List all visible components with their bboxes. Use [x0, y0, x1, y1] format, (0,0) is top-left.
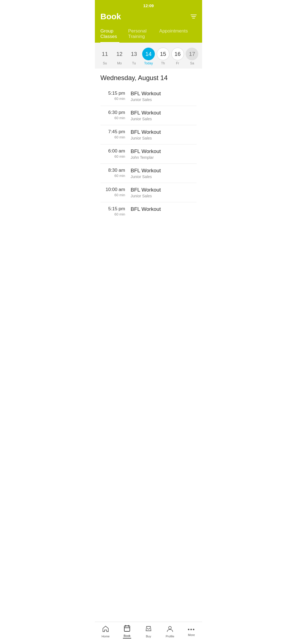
class-time-5: 10:00 am 60 min: [100, 187, 131, 197]
filter-button[interactable]: [191, 15, 197, 18]
date-num-17: 17: [186, 48, 198, 60]
date-item-14[interactable]: 14 Today: [142, 48, 155, 65]
date-item-16[interactable]: 16 Fr: [171, 48, 185, 65]
date-heading: Wednesday, August 14: [100, 74, 197, 82]
date-item-13[interactable]: 13 Tu: [127, 48, 141, 65]
header: 12:09 Book Group Classes Personal Traini…: [95, 0, 202, 43]
date-picker: 11 Su 12 Mo 13 Tu 14 Today 15 Th 16 Fr 1…: [95, 43, 202, 69]
date-day-14: Today: [144, 61, 153, 65]
date-day-15: Th: [161, 61, 165, 65]
class-item-5[interactable]: 10:00 am 60 min BFL Workout Junior Sales: [100, 183, 197, 202]
main-content: Wednesday, August 14 5:15 pm 60 min BFL …: [95, 69, 202, 245]
class-item-6[interactable]: 5:15 pm 60 min BFL Workout: [100, 202, 197, 220]
date-num-15: 15: [157, 48, 169, 60]
date-day-17: Sa: [190, 61, 194, 65]
date-day-11: Su: [103, 61, 107, 65]
class-item-0[interactable]: 5:15 pm 60 min BFL Workout Junior Sales: [100, 87, 197, 106]
date-num-12: 12: [113, 48, 126, 60]
date-item-15[interactable]: 15 Th: [156, 48, 170, 65]
class-info-6: BFL Workout: [131, 206, 197, 213]
date-day-12: Mo: [117, 61, 122, 65]
class-time-3: 6:00 am 60 min: [100, 148, 131, 159]
status-bar: 12:09: [95, 0, 202, 10]
class-item-3[interactable]: 6:00 am 60 min BFL Workout John Templar: [100, 144, 197, 164]
date-num-16: 16: [171, 48, 184, 60]
tab-group-classes[interactable]: Group Classes: [100, 26, 119, 43]
class-info-5: BFL Workout Junior Sales: [131, 187, 197, 198]
bottom-spacer: [100, 220, 197, 245]
date-item-17[interactable]: 17 Sa: [185, 48, 199, 65]
page-title: Book: [100, 12, 121, 21]
class-info-3: BFL Workout John Templar: [131, 148, 197, 160]
class-time-0: 5:15 pm 60 min: [100, 91, 131, 101]
status-time: 12:09: [143, 3, 154, 8]
tab-appointments[interactable]: Appointments: [159, 26, 188, 43]
class-time-1: 6:30 pm 60 min: [100, 110, 131, 120]
class-info-2: BFL Workout Junior Sales: [131, 129, 197, 140]
class-time-2: 7:45 pm 60 min: [100, 129, 131, 139]
date-day-16: Fr: [176, 61, 179, 65]
date-item-11[interactable]: 11 Su: [98, 48, 112, 65]
class-info-1: BFL Workout Junior Sales: [131, 110, 197, 121]
class-item-1[interactable]: 6:30 pm 60 min BFL Workout Junior Sales: [100, 106, 197, 125]
class-info-4: BFL Workout Junior Sales: [131, 168, 197, 179]
date-num-13: 13: [128, 48, 140, 60]
class-time-4: 8:30 am 60 min: [100, 168, 131, 178]
class-item-2[interactable]: 7:45 pm 60 min BFL Workout Junior Sales: [100, 125, 197, 144]
date-num-11: 11: [98, 48, 111, 60]
date-num-14: 14: [142, 48, 155, 60]
tabs-container: Group Classes Personal Training Appointm…: [95, 26, 202, 43]
date-item-12[interactable]: 12 Mo: [112, 48, 126, 65]
class-item-4[interactable]: 8:30 am 60 min BFL Workout Junior Sales: [100, 164, 197, 183]
class-time-6: 5:15 pm 60 min: [100, 206, 131, 216]
class-info-0: BFL Workout Junior Sales: [131, 91, 197, 102]
class-list: 5:15 pm 60 min BFL Workout Junior Sales …: [100, 87, 197, 220]
tab-personal-training[interactable]: Personal Training: [128, 26, 150, 43]
date-day-13: Tu: [132, 61, 136, 65]
